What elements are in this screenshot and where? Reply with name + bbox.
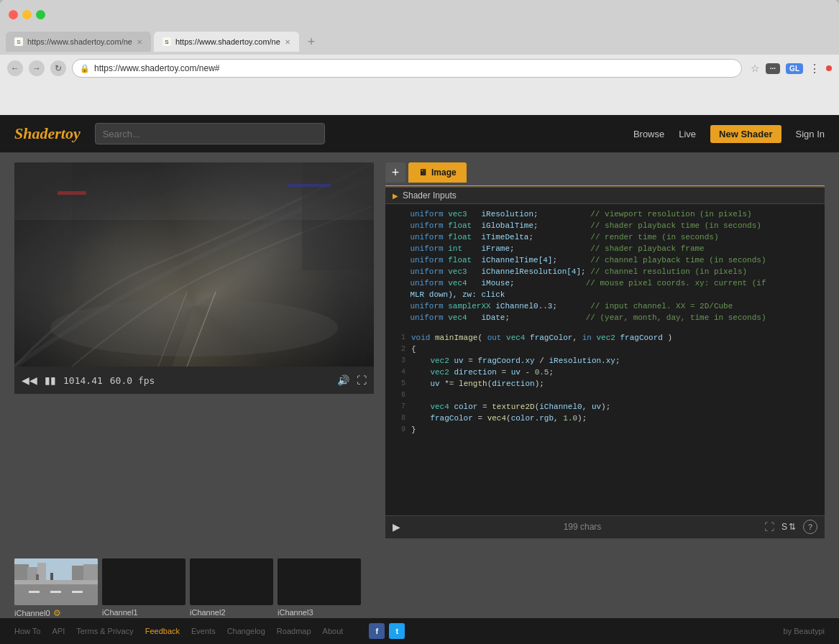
site-logo[interactable]: Shadertoy <box>14 124 81 143</box>
pause-btn[interactable]: ▮▮ <box>45 374 56 386</box>
twitter-btn[interactable]: t <box>389 623 405 639</box>
channel-2-thumb[interactable] <box>190 558 273 605</box>
gl-btn[interactable]: GL <box>786 63 803 74</box>
code-line-7: 7 vec4 color = texture2D(iChannel0, uv); <box>385 401 825 413</box>
browser-tab-1[interactable]: S https://www.shadertoy.com/ne ✕ <box>6 32 151 52</box>
browser-tab-2[interactable]: S https://www.shadertoy.com/ne ✕ <box>154 32 299 52</box>
channel-2-label: iChannel2 <box>190 608 226 617</box>
nav-live[interactable]: Live <box>679 129 696 139</box>
channel-0-thumb[interactable] <box>14 558 98 605</box>
code-line: uniform float iGlobalTime; // shader pla… <box>385 220 825 231</box>
code-line: uniform vec3 iResolution; // viewport re… <box>385 208 825 220</box>
help-btn[interactable]: ? <box>803 520 817 534</box>
fps-display: 60.0 fps <box>110 375 155 386</box>
add-tab-btn[interactable]: + <box>385 162 405 183</box>
footer-changelog[interactable]: Changelog <box>227 627 265 635</box>
traffic-lights <box>9 10 45 19</box>
code-line: MLR down), zw: click <box>385 289 825 300</box>
browser-menu-btn[interactable]: ⋮ <box>809 62 820 75</box>
nav-browse[interactable]: Browse <box>633 129 664 139</box>
forward-btn[interactable]: → <box>29 60 45 76</box>
svg-rect-7 <box>288 184 331 187</box>
refresh-btn[interactable]: ↻ <box>50 60 66 76</box>
svg-rect-15 <box>29 591 40 593</box>
code-line: uniform vec3 iChannelResolution[4]; // c… <box>385 266 825 277</box>
main-code-block: 1 void mainImage( out vec4 fragColor, in… <box>385 328 825 440</box>
channel-0-label: iChannel0 <box>14 609 50 617</box>
search-input[interactable] <box>95 123 325 144</box>
shader-inputs-header[interactable]: ▶ Shader Inputs <box>385 188 825 204</box>
nav-sign-in[interactable]: Sign In <box>796 129 825 139</box>
collapse-icon[interactable]: ▶ <box>393 192 398 200</box>
channel-1-label-row: iChannel1 <box>102 608 138 617</box>
fullscreen-btn[interactable]: ⛶ <box>357 374 367 386</box>
back-btn[interactable]: ← <box>7 60 23 76</box>
facebook-btn[interactable]: f <box>369 623 385 639</box>
extensions-btn[interactable]: ··· <box>766 63 780 74</box>
controls-right: 🔊 ⛶ <box>337 374 367 386</box>
tab-bar: S https://www.shadertoy.com/ne ✕ S https… <box>0 29 839 55</box>
tab-label-1: https://www.shadertoy.com/ne <box>27 37 132 46</box>
channel-0-gear[interactable]: ⚙ <box>53 608 61 618</box>
code-line: uniform float iChannelTime[4]; // channe… <box>385 254 825 266</box>
editor-tabs: + 🖥 Image <box>385 162 825 183</box>
lock-icon: 🔒 <box>80 64 90 73</box>
code-scroll[interactable]: uniform vec3 iResolution; // viewport re… <box>385 204 825 515</box>
svg-rect-13 <box>83 564 98 580</box>
notification-indicator <box>826 65 832 71</box>
play-compile-btn[interactable]: ▶ <box>393 521 400 533</box>
tab-close-2[interactable]: ✕ <box>285 38 290 46</box>
svg-rect-17 <box>72 591 83 593</box>
channel-0-item: iChannel0 ⚙ <box>14 558 98 618</box>
image-tab[interactable]: 🖥 Image <box>408 162 467 183</box>
editor-footer: ▶ 199 chars ⛶ S ⇅ ? <box>385 515 825 538</box>
code-line-3: 3 vec2 uv = fragCoord.xy / iResolution.x… <box>385 355 825 367</box>
char-count: 199 chars <box>564 522 602 532</box>
svg-rect-20 <box>50 573 53 580</box>
nav-links: Browse Live New Shader Sign In <box>633 125 825 143</box>
footer-events[interactable]: Events <box>191 627 216 635</box>
settings-btn[interactable]: S ⇅ <box>781 522 796 532</box>
footer-api[interactable]: API <box>52 627 65 635</box>
code-line: uniform int iFrame; // shader playback f… <box>385 243 825 254</box>
page: Shadertoy Browse Live New Shader Sign In <box>0 115 839 644</box>
footer-howto[interactable]: How To <box>14 627 40 635</box>
channel-1-label: iChannel1 <box>102 608 138 617</box>
tab-favicon-1: S <box>14 37 23 46</box>
footer-roadmap[interactable]: Roadmap <box>277 627 311 635</box>
channel-3-label-row: iChannel3 <box>278 608 313 617</box>
code-line: uniform vec4 iMouse; // mouse pixel coor… <box>385 277 825 289</box>
footer-terms[interactable]: Terms & Privacy <box>76 627 133 635</box>
volume-icon[interactable]: 🔊 <box>337 374 349 386</box>
maximize-window-btn[interactable] <box>36 10 45 19</box>
close-window-btn[interactable] <box>9 10 18 19</box>
bookmark-btn[interactable]: ☆ <box>751 63 760 74</box>
channels-row: iChannel0 ⚙ iChannel1 iChannel2 iChannel… <box>0 548 839 618</box>
shader-inputs-code: uniform vec3 iResolution; // viewport re… <box>385 204 825 328</box>
footer: How To API Terms & Privacy Feedback Even… <box>0 618 839 644</box>
channel-3-thumb[interactable] <box>278 558 361 605</box>
time-display: 1014.41 <box>63 375 103 386</box>
fullscreen-code-btn[interactable]: ⛶ <box>764 521 774 533</box>
right-panel: + 🖥 Image ▶ Shader Inputs uniform vec3 i… <box>385 162 825 538</box>
code-line-8: 8 fragColor = vec4(color.rgb, 1.0); <box>385 413 825 424</box>
footer-credit: by Beautypi <box>784 627 825 635</box>
svg-rect-16 <box>50 591 61 593</box>
shader-inputs-label: Shader Inputs <box>403 190 457 201</box>
video-effect-svg <box>14 162 374 367</box>
image-tab-label: Image <box>431 167 457 178</box>
footer-about[interactable]: About <box>323 627 344 635</box>
code-line-6: 6 <box>385 390 825 401</box>
settings-arrows: ⇅ <box>789 522 796 532</box>
restart-btn[interactable]: ◀◀ <box>22 374 37 386</box>
new-tab-btn[interactable]: + <box>302 32 321 52</box>
nav-new-shader[interactable]: New Shader <box>710 125 781 143</box>
footer-feedback[interactable]: Feedback <box>145 627 180 635</box>
svg-rect-9 <box>14 564 29 580</box>
svg-rect-12 <box>72 566 85 580</box>
tab-favicon-2: S <box>162 37 171 46</box>
tab-close-1[interactable]: ✕ <box>137 38 142 46</box>
address-bar[interactable]: 🔒 https://www.shadertoy.com/new# <box>72 59 742 78</box>
channel-1-thumb[interactable] <box>102 558 185 605</box>
minimize-window-btn[interactable] <box>22 10 32 19</box>
